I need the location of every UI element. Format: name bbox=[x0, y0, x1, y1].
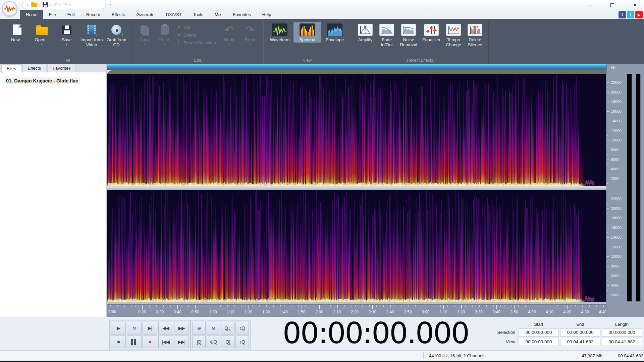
zoom-to-selection-button[interactable]: ⊕Q bbox=[207, 336, 220, 348]
rewind-button[interactable]: ◀◀ bbox=[158, 322, 173, 335]
selection-start-field[interactable]: 00:00:00.000 bbox=[519, 328, 559, 337]
timeline-label: 3:00 bbox=[419, 310, 432, 314]
facebook-icon[interactable]: f bbox=[619, 11, 626, 18]
open-dropdown-icon[interactable]: ▾ bbox=[38, 3, 40, 7]
redo-button[interactable]: ↷ Redo ▾ bbox=[239, 22, 260, 45]
menu-tab-generate[interactable]: Generate bbox=[130, 10, 160, 19]
zoom-to-selection-start-button[interactable]: [Q bbox=[192, 336, 206, 348]
frequency-label: 10000 bbox=[611, 138, 622, 142]
equalizer-button[interactable]: Equalizer bbox=[420, 22, 443, 43]
waveform-view-button[interactable]: Waveform bbox=[266, 22, 293, 43]
file-list-item[interactable]: 01. Damjan Krajacic - Glide.flac bbox=[4, 77, 80, 84]
menu-tab-home[interactable]: Home bbox=[20, 10, 43, 19]
save-icon[interactable] bbox=[43, 2, 48, 7]
menu-tab-file[interactable]: File bbox=[43, 10, 62, 19]
minimize-button[interactable] bbox=[586, 1, 593, 9]
view-end-field[interactable]: 00:04:41.682 bbox=[560, 338, 600, 346]
position-marker-icon[interactable] bbox=[107, 70, 112, 73]
group-label-view: View bbox=[263, 58, 351, 63]
open-icon[interactable] bbox=[31, 3, 37, 7]
delete-silence-button[interactable]: Delete Silence bbox=[464, 22, 486, 48]
undo-dropdown-icon[interactable]: ▾ bbox=[59, 3, 61, 7]
undo-icon[interactable]: ↶ bbox=[54, 2, 58, 7]
play-to-end-button[interactable]: ▶| bbox=[143, 322, 157, 335]
menu-tab-record[interactable]: Record bbox=[80, 10, 106, 19]
redo-dropdown-icon[interactable]: ▾ bbox=[69, 3, 71, 7]
go-to-end-button[interactable]: ▶▶| bbox=[174, 336, 189, 348]
spectrogram-channel-2[interactable] bbox=[107, 190, 606, 302]
twitter-icon[interactable]: t bbox=[627, 11, 634, 18]
panel-tab-favorites[interactable]: Favorites bbox=[47, 64, 76, 72]
new-file-icon bbox=[13, 24, 21, 35]
spectrogram-channel-1[interactable] bbox=[107, 74, 606, 186]
go-to-start-button[interactable]: |◀◀ bbox=[158, 336, 173, 348]
open-button[interactable]: Open... ▾ bbox=[30, 22, 54, 45]
undo-button[interactable]: ↶ Undo ▾ bbox=[219, 22, 239, 45]
grid-header-start: Start bbox=[519, 322, 559, 327]
tempo-change-button[interactable]: Tempo Change bbox=[443, 22, 464, 48]
amplify-button[interactable]: Amplify bbox=[354, 22, 376, 43]
redo-icon[interactable]: ↷ bbox=[64, 2, 68, 7]
copy-button[interactable]: Copy ▾ bbox=[135, 22, 155, 45]
paste-button[interactable]: Paste ▾ bbox=[155, 22, 175, 45]
play-button[interactable]: ▶ bbox=[111, 322, 126, 335]
fast-forward-button[interactable]: ▶▶ bbox=[174, 322, 189, 335]
zoom-vertical-out-button[interactable]: ↕Q bbox=[235, 336, 249, 348]
save-button[interactable]: Save ▾ bbox=[54, 22, 79, 45]
open-folder-icon bbox=[36, 27, 48, 35]
view-start-field[interactable]: 00:00:00.000 bbox=[519, 338, 559, 346]
horizontal-scrollbar[interactable] bbox=[107, 64, 606, 70]
zoom-out-button[interactable]: ⊖ bbox=[207, 322, 220, 335]
save-dropdown-icon[interactable]: ▾ bbox=[49, 3, 51, 7]
grab-from-cd-button[interactable]: ↓ Grab from CD bbox=[104, 22, 129, 48]
panel-tab-effects[interactable]: Effects bbox=[22, 64, 46, 72]
noise-removal-button[interactable]: Noise Removal bbox=[397, 22, 420, 48]
envelope-view-button[interactable]: Envelope bbox=[321, 22, 348, 43]
undo-icon: ↶ bbox=[225, 25, 233, 35]
record-button[interactable]: ● bbox=[143, 336, 157, 348]
open-dropdown-icon[interactable]: ▾ bbox=[41, 44, 43, 45]
menu-tab-tools[interactable]: Tools bbox=[187, 10, 209, 19]
trim-to-selection-button[interactable]: Trim to Selection bbox=[176, 40, 216, 45]
qat-customize-icon[interactable]: ◂ bbox=[26, 3, 28, 7]
zoom-to-selection-icon: ⊕Q bbox=[210, 339, 217, 345]
cut-button[interactable]: ✕ Cut bbox=[176, 24, 216, 30]
pause-button[interactable]: ▌▌ bbox=[127, 336, 142, 348]
stop-button[interactable]: ■ bbox=[111, 336, 126, 348]
noise-removal-icon bbox=[401, 24, 416, 36]
delete-button[interactable]: ✕ Delete bbox=[176, 32, 216, 38]
close-button[interactable]: ✕ bbox=[631, 1, 639, 9]
restore-button[interactable] bbox=[608, 1, 616, 9]
selection-end-field[interactable]: 00:00:00.000 bbox=[560, 328, 600, 337]
menu-tab-mix[interactable]: Mix bbox=[209, 10, 227, 19]
import-from-video-button[interactable]: ↓ Import from Video bbox=[79, 22, 104, 48]
zoom-in-button[interactable]: ⊕ bbox=[192, 322, 206, 335]
menu-tab-edit[interactable]: Edit bbox=[62, 10, 80, 19]
zoom-to-selection-end-button[interactable]: Q] bbox=[221, 336, 234, 348]
marker-strip[interactable] bbox=[107, 70, 606, 74]
menu-tab-help[interactable]: Help bbox=[257, 10, 277, 19]
menu-tab-effects[interactable]: Effects bbox=[106, 10, 131, 19]
zoom-vertical-in-icon: ↕Q bbox=[239, 325, 245, 331]
new-button[interactable]: New... bbox=[5, 22, 30, 43]
save-dropdown-icon[interactable]: ▾ bbox=[66, 44, 68, 45]
timeline-ruler[interactable]: hms 0:200:300:400:501:001:101:201:301:40… bbox=[107, 304, 606, 317]
spectral-view-button[interactable]: Spectral bbox=[293, 22, 321, 43]
menu-tab-dxvst[interactable]: DX/VST bbox=[160, 10, 187, 19]
app-logo-icon[interactable] bbox=[2, 1, 17, 16]
zoom-vertical-in-button[interactable]: ↕Q bbox=[235, 322, 249, 335]
panel-tab-files[interactable]: Files bbox=[1, 64, 21, 73]
selection-length-field[interactable]: 00:00:00.000 bbox=[602, 328, 642, 337]
download-arrow-icon: ↓ bbox=[96, 31, 99, 38]
view-length-field[interactable]: 00:04:41.682 bbox=[602, 338, 642, 346]
youtube-icon[interactable]: ▶ bbox=[635, 11, 643, 18]
play-looped-button[interactable]: ↻ bbox=[127, 322, 142, 335]
timeline-label: 0:40 bbox=[171, 310, 184, 314]
qat-more-icon[interactable]: ▾ bbox=[109, 3, 111, 6]
menu-tab-favorites[interactable]: Favorites bbox=[227, 10, 256, 19]
level-meter-right bbox=[636, 74, 641, 302]
timeline-label: 1:00 bbox=[206, 310, 220, 314]
zoom-100-button[interactable]: Q100 bbox=[221, 322, 234, 335]
timeline-label: 0:50 bbox=[189, 310, 202, 314]
fade-in-out-button[interactable]: Fade In/Out bbox=[376, 22, 397, 48]
